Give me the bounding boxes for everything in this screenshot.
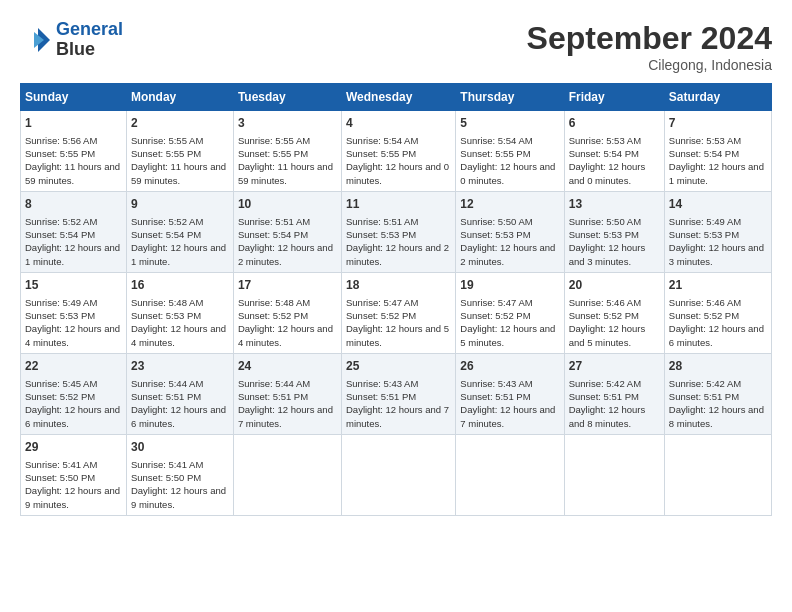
sunset: Sunset: 5:52 PM [569,310,639,321]
day-number: 21 [669,277,767,294]
sunrise: Sunrise: 5:47 AM [460,297,532,308]
table-row: 23Sunrise: 5:44 AMSunset: 5:51 PMDayligh… [126,353,233,434]
col-monday: Monday [126,84,233,111]
table-row: 24Sunrise: 5:44 AMSunset: 5:51 PMDayligh… [233,353,341,434]
table-row: 21Sunrise: 5:46 AMSunset: 5:52 PMDayligh… [664,272,771,353]
table-row: 26Sunrise: 5:43 AMSunset: 5:51 PMDayligh… [456,353,564,434]
table-row: 1Sunrise: 5:56 AMSunset: 5:55 PMDaylight… [21,111,127,192]
sunset: Sunset: 5:53 PM [569,229,639,240]
sunset: Sunset: 5:55 PM [131,148,201,159]
sunrise: Sunrise: 5:47 AM [346,297,418,308]
table-row [664,434,771,515]
sunset: Sunset: 5:53 PM [346,229,416,240]
logo-icon [20,24,52,56]
day-number: 1 [25,115,122,132]
sunset: Sunset: 5:53 PM [669,229,739,240]
day-number: 9 [131,196,229,213]
sunrise: Sunrise: 5:52 AM [25,216,97,227]
day-number: 7 [669,115,767,132]
location: Cilegong, Indonesia [527,57,772,73]
sunrise: Sunrise: 5:41 AM [25,459,97,470]
table-row [456,434,564,515]
sunrise: Sunrise: 5:46 AM [569,297,641,308]
day-number: 19 [460,277,559,294]
sunrise: Sunrise: 5:48 AM [131,297,203,308]
sunrise: Sunrise: 5:49 AM [669,216,741,227]
daylight-label: Daylight: 12 hours and 8 minutes. [669,404,764,428]
table-row: 3Sunrise: 5:55 AMSunset: 5:55 PMDaylight… [233,111,341,192]
day-number: 22 [25,358,122,375]
sunrise: Sunrise: 5:51 AM [238,216,310,227]
sunset: Sunset: 5:54 PM [669,148,739,159]
day-number: 10 [238,196,337,213]
table-row: 7Sunrise: 5:53 AMSunset: 5:54 PMDaylight… [664,111,771,192]
day-number: 3 [238,115,337,132]
day-number: 16 [131,277,229,294]
daylight-label: Daylight: 12 hours and 5 minutes. [569,323,646,347]
table-row: 30Sunrise: 5:41 AMSunset: 5:50 PMDayligh… [126,434,233,515]
sunrise: Sunrise: 5:54 AM [460,135,532,146]
table-row: 18Sunrise: 5:47 AMSunset: 5:52 PMDayligh… [341,272,455,353]
day-number: 20 [569,277,660,294]
sunset: Sunset: 5:55 PM [460,148,530,159]
daylight-label: Daylight: 11 hours and 59 minutes. [131,161,226,185]
sunset: Sunset: 5:51 PM [569,391,639,402]
table-row: 20Sunrise: 5:46 AMSunset: 5:52 PMDayligh… [564,272,664,353]
col-wednesday: Wednesday [341,84,455,111]
daylight-label: Daylight: 12 hours and 4 minutes. [131,323,226,347]
sunset: Sunset: 5:51 PM [346,391,416,402]
table-row: 25Sunrise: 5:43 AMSunset: 5:51 PMDayligh… [341,353,455,434]
daylight-label: Daylight: 12 hours and 8 minutes. [569,404,646,428]
logo: General Blue [20,20,123,60]
month-title: September 2024 [527,20,772,57]
sunset: Sunset: 5:54 PM [25,229,95,240]
daylight-label: Daylight: 12 hours and 5 minutes. [346,323,449,347]
col-friday: Friday [564,84,664,111]
day-number: 13 [569,196,660,213]
sunset: Sunset: 5:52 PM [669,310,739,321]
daylight-label: Daylight: 12 hours and 2 minutes. [238,242,333,266]
daylight-label: Daylight: 11 hours and 59 minutes. [25,161,120,185]
sunrise: Sunrise: 5:52 AM [131,216,203,227]
day-number: 30 [131,439,229,456]
table-row [341,434,455,515]
daylight-label: Daylight: 12 hours and 5 minutes. [460,323,555,347]
sunrise: Sunrise: 5:46 AM [669,297,741,308]
day-number: 11 [346,196,451,213]
sunrise: Sunrise: 5:55 AM [238,135,310,146]
col-tuesday: Tuesday [233,84,341,111]
sunrise: Sunrise: 5:53 AM [569,135,641,146]
table-row: 19Sunrise: 5:47 AMSunset: 5:52 PMDayligh… [456,272,564,353]
calendar-table: Sunday Monday Tuesday Wednesday Thursday… [20,83,772,516]
sunrise: Sunrise: 5:51 AM [346,216,418,227]
day-number: 2 [131,115,229,132]
sunset: Sunset: 5:52 PM [460,310,530,321]
sunset: Sunset: 5:51 PM [460,391,530,402]
sunrise: Sunrise: 5:56 AM [25,135,97,146]
table-row [564,434,664,515]
sunset: Sunset: 5:53 PM [460,229,530,240]
daylight-label: Daylight: 12 hours and 6 minutes. [25,404,120,428]
table-row: 10Sunrise: 5:51 AMSunset: 5:54 PMDayligh… [233,191,341,272]
logo-text: General Blue [56,20,123,60]
sunrise: Sunrise: 5:50 AM [460,216,532,227]
sunrise: Sunrise: 5:43 AM [346,378,418,389]
day-number: 6 [569,115,660,132]
sunset: Sunset: 5:52 PM [25,391,95,402]
col-thursday: Thursday [456,84,564,111]
daylight-label: Daylight: 12 hours and 7 minutes. [346,404,449,428]
sunrise: Sunrise: 5:44 AM [238,378,310,389]
sunset: Sunset: 5:53 PM [25,310,95,321]
sunset: Sunset: 5:51 PM [131,391,201,402]
table-row [233,434,341,515]
day-number: 27 [569,358,660,375]
daylight-label: Daylight: 12 hours and 9 minutes. [25,485,120,509]
sunrise: Sunrise: 5:42 AM [669,378,741,389]
sunrise: Sunrise: 5:49 AM [25,297,97,308]
daylight-label: Daylight: 12 hours and 1 minute. [131,242,226,266]
day-number: 25 [346,358,451,375]
daylight-label: Daylight: 12 hours and 3 minutes. [569,242,646,266]
col-saturday: Saturday [664,84,771,111]
table-row: 15Sunrise: 5:49 AMSunset: 5:53 PMDayligh… [21,272,127,353]
sunrise: Sunrise: 5:53 AM [669,135,741,146]
